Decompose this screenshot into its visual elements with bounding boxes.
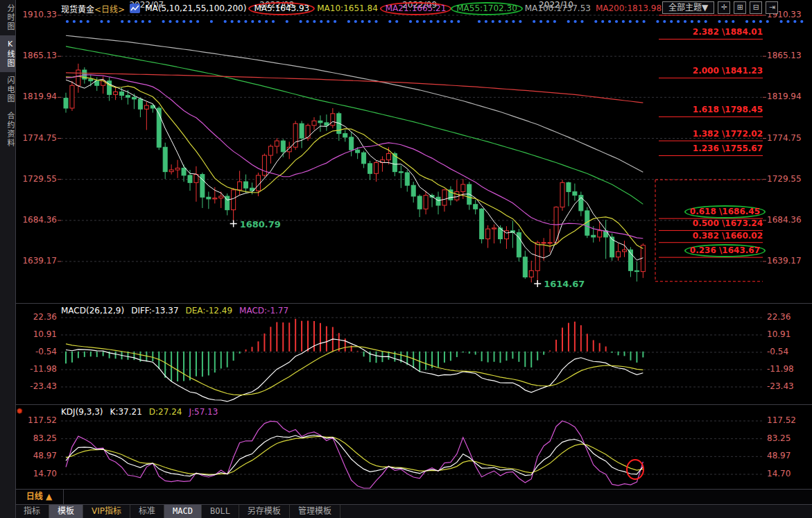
sidebar-item-time-chart[interactable]: 分时图 <box>0 0 15 35</box>
tab-boll[interactable]: BOLL <box>202 505 239 518</box>
candles-layer <box>64 64 645 284</box>
macd-diff-value: DIFF:-13.37 <box>131 306 178 316</box>
gridlines-layer <box>58 15 766 474</box>
period-label: 日线 <box>26 492 43 501</box>
event-dots-row <box>66 20 804 23</box>
macd-value: MACD:-1.77 <box>239 306 288 316</box>
ma21-value: MA21:1665.21 <box>380 2 452 15</box>
sidebar-item-kline-chart[interactable]: K线图 <box>0 35 15 72</box>
kdj-k-value: K:37.21 <box>110 407 142 417</box>
topbar-controls: 全部主题▼ ✛ ⊞ ⊟ ⇥ <box>662 1 778 14</box>
macd-dea-value: DEA:-12.49 <box>186 306 233 316</box>
ma5-value: MA5:1643.93 <box>248 2 315 15</box>
symbol-title: 现货黄金<日线> <box>61 3 125 15</box>
sidebar-item-contract-info[interactable]: 合约资料 <box>0 107 15 152</box>
ma10-value: MA10:1651.84 <box>317 3 378 13</box>
pane-split-icon[interactable]: ⊞ <box>734 1 746 14</box>
period-tag: <日线> <box>94 5 125 15</box>
tab-templates[interactable]: 模板 <box>49 505 83 518</box>
sidebar: 分时图 K线图 闪电图 合约资料 <box>0 0 16 518</box>
bottom-tab-bar: 指标 模板 VIP指标 标准 MACD BOLL 另存模板 管理模板 <box>15 504 812 518</box>
ma-params: MA(5,10,21,55,100,200) <box>145 3 246 13</box>
candlestick-chart-icon <box>130 3 140 13</box>
period-selector[interactable]: 日线 ▲ <box>15 490 64 505</box>
kdj-title: KDJ(9,3,3) <box>61 407 103 417</box>
tab-indicators[interactable]: 指标 <box>15 505 49 518</box>
svg-text:1680.79: 1680.79 <box>240 219 281 230</box>
kdj-panel-header: KDJ(9,3,3) K:37.21 D:27.24 J:57.13 <box>61 407 218 417</box>
macd-layer <box>66 319 643 402</box>
tab-standard[interactable]: 标准 <box>130 505 164 518</box>
ma100-value: MA100:1737.53 <box>525 3 591 13</box>
kdj-layer <box>66 421 643 488</box>
tab-manage-templates[interactable]: 管理模板 <box>290 505 340 518</box>
kdj-d-value: D:27.24 <box>149 407 182 417</box>
tab-save-template[interactable]: 另存模板 <box>239 505 290 518</box>
ma200-value: MA200:1813.98 <box>596 3 662 13</box>
tab-macd[interactable]: MACD <box>164 505 202 518</box>
macd-title: MACD(26,12,9) <box>61 306 124 316</box>
period-up-arrow-icon: ▲ <box>46 492 52 501</box>
theme-dropdown-button[interactable]: 全部主题▼ <box>662 1 714 14</box>
macd-panel-header: MACD(26,12,9) DIFF:-13.37 DEA:-12.49 MAC… <box>61 306 288 316</box>
symbol-name: 现货黄金 <box>61 5 94 15</box>
kdj-j-value: J:57.13 <box>189 407 218 417</box>
svg-text:1614.67: 1614.67 <box>544 279 585 289</box>
tab-vip-indicators[interactable]: VIP指标 <box>83 505 130 518</box>
fibonacci-layer <box>655 15 763 282</box>
pane-chart-icon[interactable]: ⊟ <box>750 1 762 14</box>
trading-app-window: 分时图 K线图 闪电图 合约资料 现货黄金<日线> MA(5,10,21,55,… <box>0 0 812 518</box>
pane-exit-icon[interactable]: ⇥ <box>766 1 778 14</box>
crosshair-icon[interactable]: ✛ <box>718 1 730 14</box>
xaxis-bar: 日线 ▲ <box>15 489 812 505</box>
ma55-value: MA55:1702.30 <box>451 2 523 15</box>
chart-header: 现货黄金<日线> MA(5,10,21,55,100,200) MA5:1643… <box>61 2 662 15</box>
indicator-settings-icon[interactable]: ✹ <box>16 406 23 416</box>
chart-area[interactable]: 1680.791614.67 <box>0 0 812 518</box>
sidebar-item-flash-chart[interactable]: 闪电图 <box>0 72 15 107</box>
